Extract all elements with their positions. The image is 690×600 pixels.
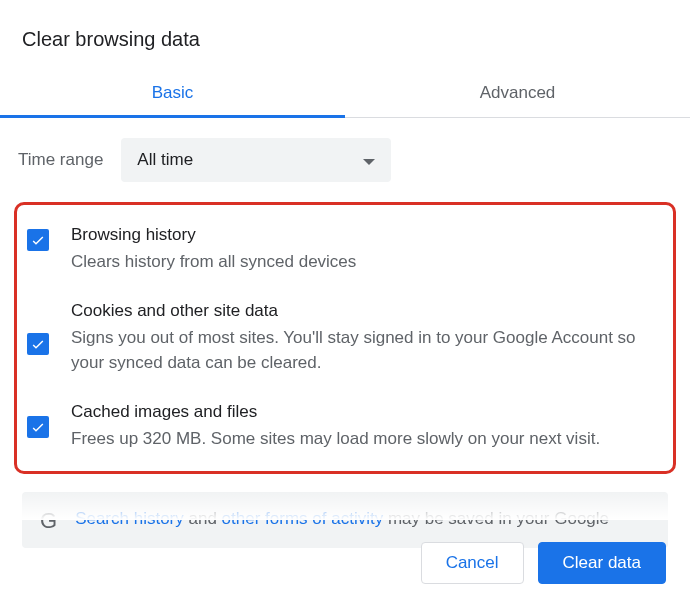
other-forms-link[interactable]: other forms of activity: [222, 509, 384, 528]
search-history-link[interactable]: Search history: [75, 509, 184, 528]
time-range-value: All time: [137, 150, 193, 170]
option-browsing-history: Browsing history Clears history from all…: [21, 217, 669, 293]
checkbox-cached[interactable]: [27, 416, 49, 438]
google-g-icon: G: [40, 508, 57, 534]
tab-basic[interactable]: Basic: [0, 69, 345, 117]
option-title: Browsing history: [71, 225, 659, 245]
option-desc: Frees up 320 MB. Some sites may load mor…: [71, 426, 659, 452]
tab-advanced[interactable]: Advanced: [345, 69, 690, 117]
google-info-box: G Search history and other forms of acti…: [22, 492, 668, 548]
option-desc: Clears history from all synced devices: [71, 249, 659, 275]
option-title: Cookies and other site data: [71, 301, 659, 321]
option-cookies: Cookies and other site data Signs you ou…: [21, 293, 669, 394]
checkmark-icon: [30, 336, 46, 352]
cancel-button[interactable]: Cancel: [421, 542, 524, 584]
tab-bar: Basic Advanced: [0, 69, 690, 118]
button-row: Cancel Clear data: [421, 542, 666, 584]
dropdown-arrow-icon: [363, 151, 375, 169]
time-range-select[interactable]: All time: [121, 138, 391, 182]
checkbox-cookies[interactable]: [27, 333, 49, 355]
checkbox-browsing-history[interactable]: [27, 229, 49, 251]
time-range-label: Time range: [18, 150, 103, 170]
clear-data-button[interactable]: Clear data: [538, 542, 666, 584]
highlight-box: Browsing history Clears history from all…: [14, 202, 676, 474]
option-title: Cached images and files: [71, 402, 659, 422]
info-text-mid: and: [184, 509, 222, 528]
checkmark-icon: [30, 232, 46, 248]
option-desc: Signs you out of most sites. You'll stay…: [71, 325, 659, 376]
info-text-tail: may be saved in your Google: [383, 509, 609, 528]
option-cached: Cached images and files Frees up 320 MB.…: [21, 394, 669, 460]
checkmark-icon: [30, 419, 46, 435]
dialog-title: Clear browsing data: [0, 0, 690, 69]
info-text: Search history and other forms of activi…: [75, 506, 609, 532]
time-range-row: Time range All time: [0, 118, 690, 202]
